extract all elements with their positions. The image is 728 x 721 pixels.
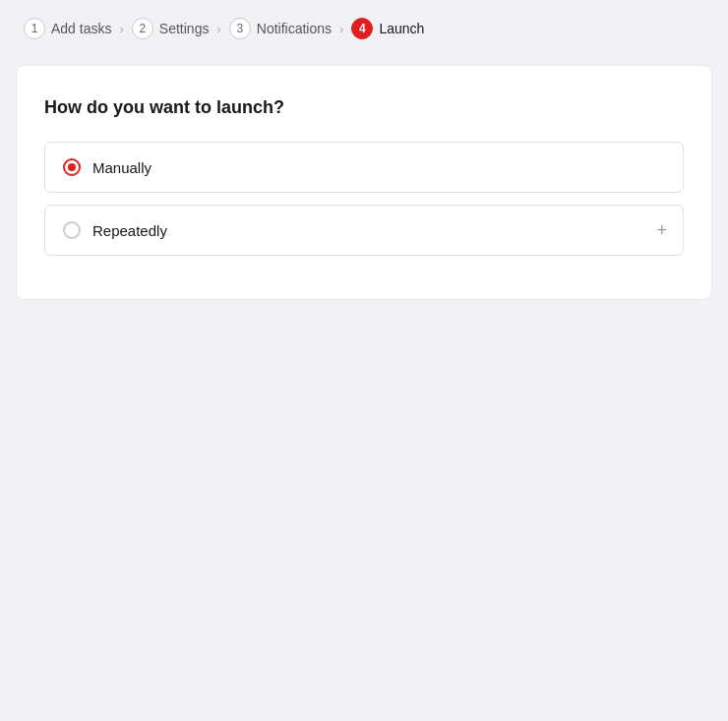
option-repeatedly-label: Repeatedly bbox=[92, 222, 167, 239]
section-title: How do you want to launch? bbox=[44, 97, 684, 118]
option-manually-label: Manually bbox=[92, 159, 152, 176]
chevron-icon-1: › bbox=[119, 22, 123, 36]
radio-repeatedly[interactable] bbox=[63, 221, 81, 239]
expand-icon: + bbox=[656, 220, 667, 241]
step-4-number: 4 bbox=[351, 18, 373, 39]
step-2-label: Settings bbox=[159, 21, 210, 36]
step-2[interactable]: 2 Settings bbox=[132, 18, 210, 39]
option-manually[interactable]: Manually bbox=[44, 142, 684, 193]
radio-manually[interactable] bbox=[63, 158, 81, 176]
step-1-label: Add tasks bbox=[51, 21, 111, 36]
step-1[interactable]: 1 Add tasks bbox=[24, 18, 111, 39]
step-1-number: 1 bbox=[24, 18, 45, 39]
main-content: How do you want to launch? Manually Repe… bbox=[16, 65, 712, 300]
option-repeatedly[interactable]: Repeatedly + bbox=[44, 205, 684, 256]
step-3-number: 3 bbox=[229, 18, 251, 39]
chevron-icon-2: › bbox=[216, 22, 220, 36]
step-3-label: Notifications bbox=[257, 21, 332, 36]
radio-manually-inner bbox=[68, 163, 76, 171]
step-3[interactable]: 3 Notifications bbox=[229, 18, 332, 39]
step-4[interactable]: 4 Launch bbox=[351, 18, 424, 39]
step-4-label: Launch bbox=[379, 21, 424, 36]
step-2-number: 2 bbox=[132, 18, 153, 39]
chevron-icon-3: › bbox=[339, 22, 343, 36]
wizard-header: 1 Add tasks › 2 Settings › 3 Notificatio… bbox=[0, 0, 728, 57]
